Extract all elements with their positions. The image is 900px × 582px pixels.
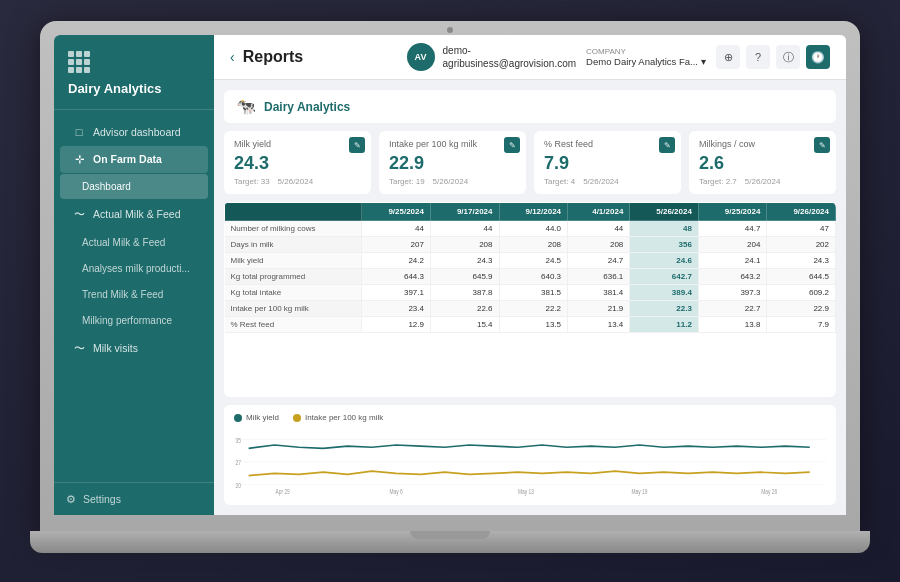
content-area: 🐄 Dairy Analytics Milk yield 24.3 Target… [214, 80, 846, 515]
data-table: 9/25/2024 9/17/2024 9/12/2024 4/1/2024 5… [224, 202, 836, 333]
milk-visits-icon: 〜 [72, 341, 86, 356]
kpi-label-1: Intake per 100 kg milk [389, 139, 516, 149]
table-row: Number of milking cows444444.0444844.747 [225, 221, 836, 237]
svg-text:Apr 29: Apr 29 [275, 488, 289, 495]
sidebar-item-advisor[interactable]: □ Advisor dashboard [60, 119, 208, 145]
kpi-card-milkings: Milkings / cow 2.6 Target: 2.7 5/26/2024… [689, 131, 836, 194]
settings-icon: ⚙ [66, 493, 76, 505]
sidebar-item-actual-milk-sub[interactable]: Actual Milk & Feed [60, 230, 208, 255]
apps-icon [68, 51, 200, 73]
kpi-value-2: 7.9 [544, 153, 671, 174]
sidebar-footer: ⚙ Settings [54, 482, 214, 515]
company-value: Demo Dairy Analytics Fa... ▾ [586, 56, 706, 67]
col-header-label [225, 203, 362, 221]
settings-item[interactable]: ⚙ Settings [66, 493, 202, 505]
sidebar-item-actual-milk[interactable]: 〜 Actual Milk & Feed [60, 200, 208, 229]
chart-svg: 35 27 20 Apr 29 May 6 [234, 428, 826, 496]
col-header-1: 9/17/2024 [430, 203, 499, 221]
dropdown-chevron-icon: ▾ [701, 56, 706, 67]
legend-milk-yield: Milk yield [234, 413, 279, 422]
chart-legend: Milk yield Intake per 100 kg milk [234, 413, 826, 422]
page-title: Reports [243, 48, 303, 66]
col-header-4: 5/26/2024 [630, 203, 699, 221]
legend-dot-milk [234, 414, 242, 422]
svg-text:27: 27 [236, 460, 241, 467]
cow-icon: 🐄 [236, 97, 256, 116]
kpi-value-1: 22.9 [389, 153, 516, 174]
sidebar-logo: Dairy Analytics [54, 35, 214, 110]
col-header-2: 9/12/2024 [499, 203, 568, 221]
svg-text:May 26: May 26 [761, 488, 778, 495]
on-farm-icon: ⊹ [72, 153, 86, 166]
sub-header: 🐄 Dairy Analytics [224, 90, 836, 123]
filter-button[interactable]: ⊕ [716, 45, 740, 69]
table-row: Intake per 100 kg milk23.422.622.221.922… [225, 301, 836, 317]
kpi-value-0: 24.3 [234, 153, 361, 174]
svg-text:35: 35 [236, 437, 242, 444]
sidebar-item-dashboard[interactable]: Dashboard [60, 174, 208, 199]
avatar: AV [407, 43, 435, 71]
legend-intake: Intake per 100 kg milk [293, 413, 383, 422]
col-header-5: 9/25/2024 [698, 203, 767, 221]
kpi-label-2: % Rest feed [544, 139, 671, 149]
col-header-3: 4/1/2024 [568, 203, 630, 221]
user-details: demo- agribusiness@agrovision.com [443, 44, 577, 70]
chart-area: Milk yield Intake per 100 kg milk [224, 405, 836, 505]
table-header-row: 9/25/2024 9/17/2024 9/12/2024 4/1/2024 5… [225, 203, 836, 221]
kpi-card-rest-feed: % Rest feed 7.9 Target: 4 5/26/2024 ✎ [534, 131, 681, 194]
table-row: Days in milk207208208208356204202 [225, 237, 836, 253]
topbar-icons: ⊕ ? ⓘ 🕐 [716, 45, 830, 69]
svg-text:May 13: May 13 [518, 488, 535, 495]
topbar-right: AV demo- agribusiness@agrovision.com Com… [407, 43, 830, 71]
sidebar-item-on-farm[interactable]: ⊹ On Farm Data [60, 146, 208, 173]
kpi-card-intake: Intake per 100 kg milk 22.9 Target: 19 5… [379, 131, 526, 194]
kpi-edit-3[interactable]: ✎ [814, 137, 830, 153]
svg-text:May 19: May 19 [632, 488, 648, 495]
sidebar-item-milk-visits[interactable]: 〜 Milk visits [60, 334, 208, 363]
svg-text:20: 20 [236, 482, 242, 489]
sidebar: Dairy Analytics □ Advisor dashboard ⊹ On… [54, 35, 214, 515]
legend-dot-intake [293, 414, 301, 422]
actual-milk-icon: 〜 [72, 207, 86, 222]
col-header-0: 9/25/2024 [362, 203, 431, 221]
table-row: Kg total programmed644.3645.9640.3636.16… [225, 269, 836, 285]
laptop-screen: Dairy Analytics □ Advisor dashboard ⊹ On… [54, 35, 846, 515]
kpi-edit-1[interactable]: ✎ [504, 137, 520, 153]
kpi-row: Milk yield 24.3 Target: 33 5/26/2024 ✎ I… [224, 131, 836, 194]
kpi-meta-0: Target: 33 5/26/2024 [234, 177, 361, 186]
table-row: % Rest feed12.915.413.513.411.213.87.9 [225, 317, 836, 333]
sidebar-item-analyses[interactable]: Analyses milk producti... [60, 256, 208, 281]
user-info: AV demo- agribusiness@agrovision.com [407, 43, 577, 71]
topbar: ‹ Reports AV demo- agribusiness@agrovisi… [214, 35, 846, 80]
calendar-button[interactable]: 🕐 [806, 45, 830, 69]
sidebar-item-trend[interactable]: Trend Milk & Feed [60, 282, 208, 307]
info-button[interactable]: ⓘ [776, 45, 800, 69]
kpi-meta-2: Target: 4 5/26/2024 [544, 177, 671, 186]
sidebar-nav: □ Advisor dashboard ⊹ On Farm Data Dashb… [54, 110, 214, 482]
data-section: 9/25/2024 9/17/2024 9/12/2024 4/1/2024 5… [224, 202, 836, 397]
kpi-meta-1: Target: 19 5/26/2024 [389, 177, 516, 186]
advisor-icon: □ [72, 126, 86, 138]
sidebar-item-milking[interactable]: Milking performance [60, 308, 208, 333]
kpi-value-3: 2.6 [699, 153, 826, 174]
svg-text:May 6: May 6 [390, 488, 404, 495]
company-selector[interactable]: Company Demo Dairy Analytics Fa... ▾ [586, 47, 706, 67]
kpi-label-0: Milk yield [234, 139, 361, 149]
topbar-left: ‹ Reports [230, 48, 303, 66]
back-button[interactable]: ‹ [230, 49, 235, 65]
kpi-meta-3: Target: 2.7 5/26/2024 [699, 177, 826, 186]
col-header-6: 9/26/2024 [767, 203, 836, 221]
sidebar-title: Dairy Analytics [68, 81, 200, 97]
main-content: ‹ Reports AV demo- agribusiness@agrovisi… [214, 35, 846, 515]
help-button[interactable]: ? [746, 45, 770, 69]
table-row: Milk yield24.224.324.524.724.624.124.3 [225, 253, 836, 269]
table-row: Kg total intake397.1387.8381.5381.4389.4… [225, 285, 836, 301]
kpi-card-milk-yield: Milk yield 24.3 Target: 33 5/26/2024 ✎ [224, 131, 371, 194]
sub-header-title: Dairy Analytics [264, 100, 350, 114]
kpi-label-3: Milkings / cow [699, 139, 826, 149]
kpi-edit-2[interactable]: ✎ [659, 137, 675, 153]
kpi-edit-0[interactable]: ✎ [349, 137, 365, 153]
